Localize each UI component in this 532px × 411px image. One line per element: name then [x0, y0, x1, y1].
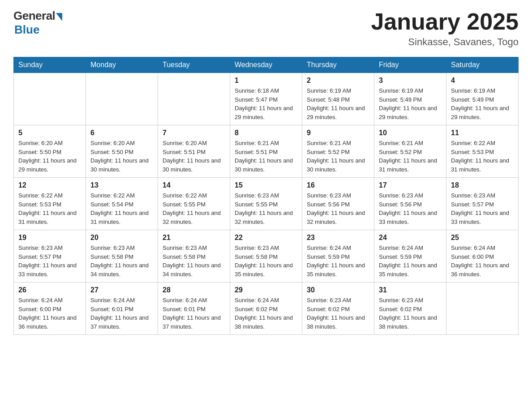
- day-number: 27: [90, 286, 153, 294]
- day-info: Sunrise: 6:24 AM Sunset: 6:02 PM Dayligh…: [235, 296, 297, 331]
- day-info: Sunrise: 6:22 AM Sunset: 5:54 PM Dayligh…: [90, 191, 153, 226]
- day-info: Sunrise: 6:23 AM Sunset: 6:02 PM Dayligh…: [307, 296, 369, 331]
- day-number: 15: [235, 181, 297, 189]
- day-info: Sunrise: 6:19 AM Sunset: 5:49 PM Dayligh…: [379, 86, 442, 121]
- calendar-cell: 2Sunrise: 6:19 AM Sunset: 5:48 PM Daylig…: [302, 73, 374, 125]
- day-number: 13: [90, 181, 153, 189]
- calendar-cell: 17Sunrise: 6:23 AM Sunset: 5:56 PM Dayli…: [374, 178, 446, 230]
- day-number: 26: [18, 286, 81, 294]
- day-info: Sunrise: 6:22 AM Sunset: 5:55 PM Dayligh…: [163, 191, 225, 226]
- day-number: 2: [307, 77, 369, 85]
- calendar-cell: 21Sunrise: 6:23 AM Sunset: 5:58 PM Dayli…: [158, 230, 230, 283]
- calendar-cell: [446, 283, 519, 335]
- calendar-day-header: Saturday: [446, 57, 519, 73]
- day-number: 17: [379, 181, 442, 189]
- calendar-week-row: 26Sunrise: 6:24 AM Sunset: 6:00 PM Dayli…: [14, 283, 519, 335]
- title-block: January 2025 Sinkasse, Savanes, Togo: [371, 9, 519, 48]
- day-info: Sunrise: 6:24 AM Sunset: 6:01 PM Dayligh…: [163, 296, 225, 331]
- calendar-cell: 5Sunrise: 6:20 AM Sunset: 5:50 PM Daylig…: [14, 125, 86, 178]
- calendar-cell: [86, 73, 158, 125]
- calendar-week-row: 1Sunrise: 6:18 AM Sunset: 5:47 PM Daylig…: [14, 73, 519, 125]
- calendar-location: Sinkasse, Savanes, Togo: [371, 36, 519, 48]
- calendar-cell: 27Sunrise: 6:24 AM Sunset: 6:01 PM Dayli…: [86, 283, 158, 335]
- day-number: 28: [163, 286, 225, 294]
- calendar-day-header: Monday: [86, 57, 158, 73]
- calendar-cell: 28Sunrise: 6:24 AM Sunset: 6:01 PM Dayli…: [158, 283, 230, 335]
- calendar-cell: 24Sunrise: 6:24 AM Sunset: 5:59 PM Dayli…: [374, 230, 446, 283]
- day-number: 23: [307, 234, 369, 242]
- day-info: Sunrise: 6:24 AM Sunset: 6:00 PM Dayligh…: [451, 244, 514, 278]
- day-number: 10: [379, 129, 442, 137]
- calendar-cell: 15Sunrise: 6:23 AM Sunset: 5:55 PM Dayli…: [230, 178, 302, 230]
- day-number: 19: [18, 234, 81, 242]
- day-info: Sunrise: 6:20 AM Sunset: 5:51 PM Dayligh…: [163, 139, 225, 174]
- day-info: Sunrise: 6:23 AM Sunset: 5:57 PM Dayligh…: [451, 191, 514, 226]
- day-number: 9: [307, 129, 369, 137]
- calendar-cell: 16Sunrise: 6:23 AM Sunset: 5:56 PM Dayli…: [302, 178, 374, 230]
- day-info: Sunrise: 6:23 AM Sunset: 6:02 PM Dayligh…: [379, 296, 442, 331]
- calendar-cell: 20Sunrise: 6:23 AM Sunset: 5:58 PM Dayli…: [86, 230, 158, 283]
- logo-arrow-icon: [56, 13, 62, 21]
- day-number: 31: [379, 286, 442, 294]
- day-number: 12: [18, 181, 81, 189]
- day-info: Sunrise: 6:24 AM Sunset: 6:01 PM Dayligh…: [90, 296, 153, 331]
- calendar-week-row: 5Sunrise: 6:20 AM Sunset: 5:50 PM Daylig…: [14, 125, 519, 178]
- calendar-cell: 13Sunrise: 6:22 AM Sunset: 5:54 PM Dayli…: [86, 178, 158, 230]
- day-number: 29: [235, 286, 297, 294]
- calendar-week-row: 19Sunrise: 6:23 AM Sunset: 5:57 PM Dayli…: [14, 230, 519, 283]
- calendar-cell: 14Sunrise: 6:22 AM Sunset: 5:55 PM Dayli…: [158, 178, 230, 230]
- calendar-cell: 8Sunrise: 6:21 AM Sunset: 5:51 PM Daylig…: [230, 125, 302, 178]
- calendar-cell: 1Sunrise: 6:18 AM Sunset: 5:47 PM Daylig…: [230, 73, 302, 125]
- day-number: 3: [379, 77, 442, 85]
- calendar-cell: 31Sunrise: 6:23 AM Sunset: 6:02 PM Dayli…: [374, 283, 446, 335]
- calendar-cell: 6Sunrise: 6:20 AM Sunset: 5:50 PM Daylig…: [86, 125, 158, 178]
- day-number: 4: [451, 77, 514, 85]
- day-number: 18: [451, 181, 514, 189]
- calendar-header-row: SundayMondayTuesdayWednesdayThursdayFrid…: [14, 57, 519, 73]
- calendar-week-row: 12Sunrise: 6:22 AM Sunset: 5:53 PM Dayli…: [14, 178, 519, 230]
- day-info: Sunrise: 6:24 AM Sunset: 6:00 PM Dayligh…: [18, 296, 81, 331]
- calendar-day-header: Tuesday: [158, 57, 230, 73]
- calendar-cell: 12Sunrise: 6:22 AM Sunset: 5:53 PM Dayli…: [14, 178, 86, 230]
- calendar-cell: 19Sunrise: 6:23 AM Sunset: 5:57 PM Dayli…: [14, 230, 86, 283]
- calendar-day-header: Thursday: [302, 57, 374, 73]
- logo-general-text: General: [13, 9, 55, 23]
- calendar-title: January 2025: [371, 9, 519, 34]
- calendar-cell: 3Sunrise: 6:19 AM Sunset: 5:49 PM Daylig…: [374, 73, 446, 125]
- day-number: 11: [451, 129, 514, 137]
- day-number: 6: [90, 129, 153, 137]
- day-number: 30: [307, 286, 369, 294]
- day-info: Sunrise: 6:23 AM Sunset: 5:58 PM Dayligh…: [90, 244, 153, 278]
- day-info: Sunrise: 6:19 AM Sunset: 5:48 PM Dayligh…: [307, 86, 369, 121]
- day-info: Sunrise: 6:22 AM Sunset: 5:53 PM Dayligh…: [451, 139, 514, 174]
- calendar-cell: 23Sunrise: 6:24 AM Sunset: 5:59 PM Dayli…: [302, 230, 374, 283]
- day-number: 25: [451, 234, 514, 242]
- day-number: 16: [307, 181, 369, 189]
- day-info: Sunrise: 6:21 AM Sunset: 5:52 PM Dayligh…: [379, 139, 442, 174]
- logo: General Blue: [13, 9, 62, 37]
- day-info: Sunrise: 6:21 AM Sunset: 5:51 PM Dayligh…: [235, 139, 297, 174]
- calendar-cell: 10Sunrise: 6:21 AM Sunset: 5:52 PM Dayli…: [374, 125, 446, 178]
- day-number: 14: [163, 181, 225, 189]
- day-info: Sunrise: 6:19 AM Sunset: 5:49 PM Dayligh…: [451, 86, 514, 121]
- day-info: Sunrise: 6:23 AM Sunset: 5:58 PM Dayligh…: [235, 244, 297, 278]
- calendar-cell: 4Sunrise: 6:19 AM Sunset: 5:49 PM Daylig…: [446, 73, 519, 125]
- calendar-cell: [14, 73, 86, 125]
- day-info: Sunrise: 6:23 AM Sunset: 5:56 PM Dayligh…: [307, 191, 369, 226]
- calendar-day-header: Wednesday: [230, 57, 302, 73]
- calendar-cell: 25Sunrise: 6:24 AM Sunset: 6:00 PM Dayli…: [446, 230, 519, 283]
- calendar-day-header: Sunday: [14, 57, 86, 73]
- day-number: 24: [379, 234, 442, 242]
- day-number: 5: [18, 129, 81, 137]
- day-number: 7: [163, 129, 225, 137]
- page-header: General Blue January 2025 Sinkasse, Sava…: [13, 9, 519, 48]
- day-info: Sunrise: 6:23 AM Sunset: 5:57 PM Dayligh…: [18, 244, 81, 278]
- day-info: Sunrise: 6:23 AM Sunset: 5:56 PM Dayligh…: [379, 191, 442, 226]
- calendar-cell: [158, 73, 230, 125]
- calendar-cell: 22Sunrise: 6:23 AM Sunset: 5:58 PM Dayli…: [230, 230, 302, 283]
- day-number: 20: [90, 234, 153, 242]
- calendar-cell: 26Sunrise: 6:24 AM Sunset: 6:00 PM Dayli…: [14, 283, 86, 335]
- calendar-cell: 30Sunrise: 6:23 AM Sunset: 6:02 PM Dayli…: [302, 283, 374, 335]
- day-info: Sunrise: 6:23 AM Sunset: 5:58 PM Dayligh…: [163, 244, 225, 278]
- day-info: Sunrise: 6:22 AM Sunset: 5:53 PM Dayligh…: [18, 191, 81, 226]
